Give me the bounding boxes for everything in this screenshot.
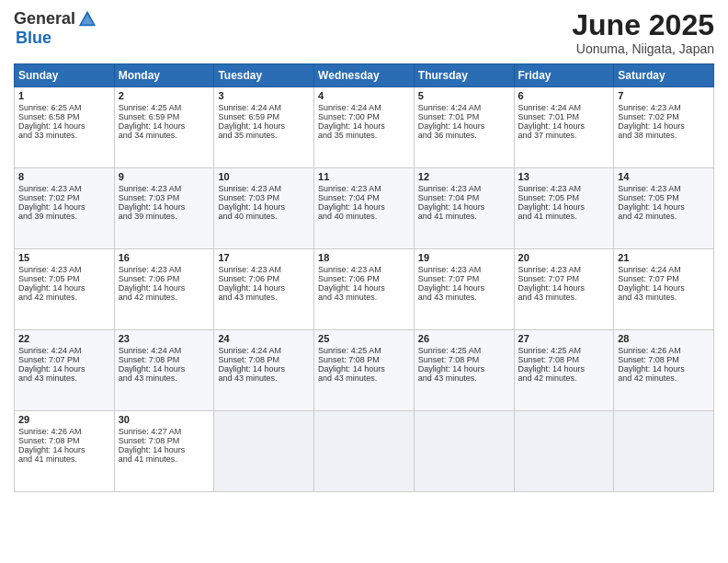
table-row: 13Sunrise: 4:23 AMSunset: 7:05 PMDayligh… — [514, 168, 614, 249]
sunrise-text: Sunrise: 4:26 AM — [618, 346, 710, 355]
sunrise-text: Sunrise: 4:23 AM — [119, 265, 210, 274]
sunrise-text: Sunrise: 4:23 AM — [418, 265, 510, 274]
daylight-minutes: and 42 minutes. — [618, 212, 710, 221]
sunrise-text: Sunrise: 4:24 AM — [218, 103, 310, 112]
sunrise-text: Sunrise: 4:23 AM — [18, 184, 110, 193]
table-row: 4Sunrise: 4:24 AMSunset: 7:00 PMDaylight… — [314, 87, 415, 168]
day-number: 29 — [18, 414, 110, 425]
sunset-text: Sunset: 7:07 PM — [518, 274, 610, 283]
logo-icon — [77, 9, 97, 29]
daylight-minutes: and 43 minutes. — [218, 373, 310, 383]
daylight-hours: Daylight: 14 hours — [18, 283, 110, 293]
table-row — [614, 411, 714, 492]
table-row: 22Sunrise: 4:24 AMSunset: 7:07 PMDayligh… — [15, 330, 115, 411]
table-row: 19Sunrise: 4:23 AMSunset: 7:07 PMDayligh… — [414, 249, 514, 330]
daylight-hours: Daylight: 14 hours — [618, 364, 710, 373]
sunset-text: Sunset: 7:08 PM — [518, 355, 610, 364]
sunrise-text: Sunrise: 4:25 AM — [518, 346, 610, 355]
table-row: 6Sunrise: 4:24 AMSunset: 7:01 PMDaylight… — [514, 87, 614, 168]
sunset-text: Sunset: 7:04 PM — [418, 193, 510, 202]
daylight-hours: Daylight: 14 hours — [119, 121, 210, 131]
daylight-hours: Daylight: 14 hours — [418, 283, 510, 293]
col-thursday: Thursday — [414, 64, 514, 87]
sunset-text: Sunset: 7:07 PM — [18, 355, 110, 364]
col-tuesday: Tuesday — [214, 64, 314, 87]
col-saturday: Saturday — [614, 64, 714, 87]
daylight-hours: Daylight: 14 hours — [518, 283, 610, 293]
daylight-minutes: and 39 minutes. — [119, 212, 210, 221]
daylight-hours: Daylight: 14 hours — [119, 283, 210, 293]
daylight-minutes: and 42 minutes. — [518, 373, 610, 383]
daylight-hours: Daylight: 14 hours — [18, 445, 110, 454]
daylight-minutes: and 43 minutes. — [518, 293, 610, 302]
daylight-minutes: and 43 minutes. — [618, 293, 710, 302]
table-row — [414, 411, 514, 492]
sunrise-text: Sunrise: 4:23 AM — [518, 184, 610, 193]
daylight-minutes: and 43 minutes. — [119, 373, 210, 383]
sunset-text: Sunset: 7:07 PM — [418, 274, 510, 283]
table-row: 23Sunrise: 4:24 AMSunset: 7:08 PMDayligh… — [114, 330, 214, 411]
daylight-minutes: and 42 minutes. — [18, 293, 110, 302]
col-sunday: Sunday — [15, 64, 115, 87]
daylight-minutes: and 41 minutes. — [119, 454, 210, 464]
daylight-hours: Daylight: 14 hours — [218, 364, 310, 373]
daylight-hours: Daylight: 14 hours — [418, 364, 510, 373]
day-number: 14 — [618, 171, 710, 182]
day-number: 19 — [418, 252, 510, 263]
table-row: 29Sunrise: 4:26 AMSunset: 7:08 PMDayligh… — [15, 411, 115, 492]
calendar-week-row: 29Sunrise: 4:26 AMSunset: 7:08 PMDayligh… — [15, 411, 714, 492]
daylight-hours: Daylight: 14 hours — [218, 283, 310, 293]
table-row: 25Sunrise: 4:25 AMSunset: 7:08 PMDayligh… — [314, 330, 415, 411]
table-row: 15Sunrise: 4:23 AMSunset: 7:05 PMDayligh… — [15, 249, 115, 330]
sunrise-text: Sunrise: 4:24 AM — [119, 346, 210, 355]
calendar-table: Sunday Monday Tuesday Wednesday Thursday… — [14, 63, 714, 492]
sunrise-text: Sunrise: 4:23 AM — [18, 265, 110, 274]
day-number: 18 — [318, 252, 410, 263]
sunrise-text: Sunrise: 4:24 AM — [418, 103, 510, 112]
day-number: 26 — [418, 333, 510, 344]
daylight-minutes: and 35 minutes. — [318, 131, 410, 140]
col-friday: Friday — [514, 64, 614, 87]
sunset-text: Sunset: 7:01 PM — [418, 112, 510, 121]
daylight-minutes: and 40 minutes. — [318, 212, 410, 221]
daylight-hours: Daylight: 14 hours — [119, 445, 210, 454]
sunset-text: Sunset: 7:03 PM — [119, 193, 210, 202]
sunset-text: Sunset: 7:01 PM — [518, 112, 610, 121]
sunset-text: Sunset: 7:08 PM — [218, 355, 310, 364]
day-number: 6 — [518, 90, 610, 101]
sunrise-text: Sunrise: 4:23 AM — [418, 184, 510, 193]
col-wednesday: Wednesday — [314, 64, 415, 87]
table-row: 8Sunrise: 4:23 AMSunset: 7:02 PMDaylight… — [15, 168, 115, 249]
sunset-text: Sunset: 7:08 PM — [18, 436, 110, 445]
daylight-minutes: and 43 minutes. — [418, 293, 510, 302]
day-number: 7 — [618, 90, 710, 101]
day-number: 3 — [218, 90, 310, 101]
daylight-hours: Daylight: 14 hours — [18, 121, 110, 131]
day-number: 1 — [18, 90, 110, 101]
daylight-minutes: and 43 minutes. — [218, 293, 310, 302]
table-row: 28Sunrise: 4:26 AMSunset: 7:08 PMDayligh… — [614, 330, 714, 411]
daylight-hours: Daylight: 14 hours — [218, 121, 310, 131]
daylight-hours: Daylight: 14 hours — [318, 364, 410, 373]
day-number: 25 — [318, 333, 410, 344]
daylight-minutes: and 36 minutes. — [418, 131, 510, 140]
sunrise-text: Sunrise: 4:24 AM — [518, 103, 610, 112]
table-row — [214, 411, 314, 492]
daylight-hours: Daylight: 14 hours — [218, 202, 310, 212]
sunset-text: Sunset: 7:05 PM — [518, 193, 610, 202]
table-row: 21Sunrise: 4:24 AMSunset: 7:07 PMDayligh… — [614, 249, 714, 330]
sunrise-text: Sunrise: 4:23 AM — [119, 184, 210, 193]
sunset-text: Sunset: 6:59 PM — [218, 112, 310, 121]
table-row: 18Sunrise: 4:23 AMSunset: 7:06 PMDayligh… — [314, 249, 415, 330]
sunset-text: Sunset: 7:05 PM — [618, 193, 710, 202]
table-row: 2Sunrise: 4:25 AMSunset: 6:59 PMDaylight… — [114, 87, 214, 168]
day-number: 15 — [18, 252, 110, 263]
day-number: 9 — [119, 171, 210, 182]
day-number: 10 — [218, 171, 310, 182]
table-row: 7Sunrise: 4:23 AMSunset: 7:02 PMDaylight… — [614, 87, 714, 168]
daylight-minutes: and 41 minutes. — [18, 454, 110, 464]
sunrise-text: Sunrise: 4:25 AM — [119, 103, 210, 112]
sunrise-text: Sunrise: 4:25 AM — [318, 346, 410, 355]
logo-blue: Blue — [14, 29, 97, 48]
calendar-week-row: 8Sunrise: 4:23 AMSunset: 7:02 PMDaylight… — [15, 168, 714, 249]
